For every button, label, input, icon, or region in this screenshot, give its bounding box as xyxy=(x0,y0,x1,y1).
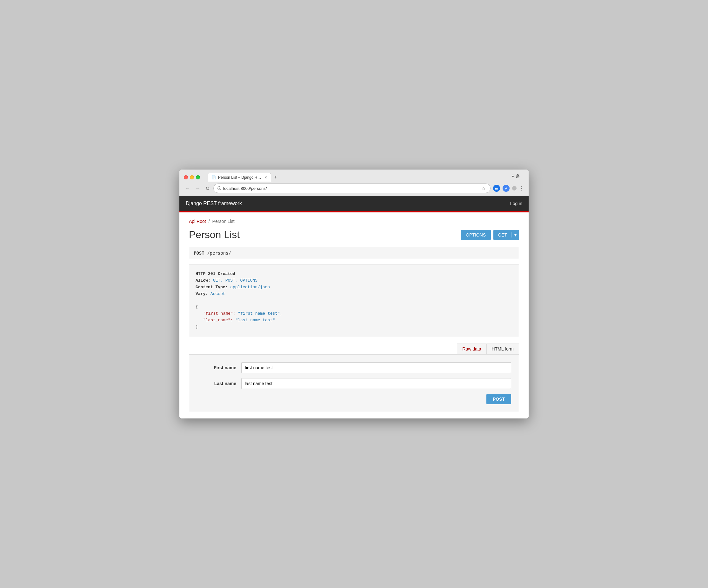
breadcrumb-separator: / xyxy=(209,219,210,224)
json-close: } xyxy=(196,324,512,330)
traffic-lights xyxy=(184,175,200,179)
json-first-name-key: "first_name": xyxy=(203,311,235,316)
last-name-input[interactable] xyxy=(241,378,511,389)
address-bar-row: ← → ↻ ⓘ localhost:8000/persons/ ☆ m A ⋮ xyxy=(179,182,529,196)
forward-button[interactable]: → xyxy=(194,185,202,192)
back-button[interactable]: ← xyxy=(184,185,191,192)
breadcrumb: Api Root / Person List xyxy=(189,219,519,224)
json-last-name-line: "last_name": "last name test" xyxy=(196,317,512,324)
browser-window: 📄 Person List – Django REST fra… × + 지훈 … xyxy=(179,170,529,418)
tab-bar: 📄 Person List – Django REST fra… × + xyxy=(208,173,509,182)
browser-chrome: 📄 Person List – Django REST fra… × + 지훈 … xyxy=(179,170,529,196)
content-type-value-text: application/json xyxy=(230,285,270,290)
drf-navbar: Django REST framework Log in xyxy=(179,196,529,212)
http-status: HTTP 201 Created xyxy=(196,271,235,276)
address-bar[interactable]: ⓘ localhost:8000/persons/ ☆ xyxy=(213,183,491,193)
login-link[interactable]: Log in xyxy=(510,201,522,206)
page-header: Person List OPTIONS GET ▾ xyxy=(189,229,519,241)
get-button-label: GET xyxy=(493,232,511,237)
bookmark-icon[interactable]: ☆ xyxy=(481,185,486,192)
allow-header-key: Allow: xyxy=(196,278,210,283)
get-button[interactable]: GET ▾ xyxy=(493,230,519,240)
refresh-button[interactable]: ↻ xyxy=(204,185,211,192)
first-name-row: First name xyxy=(197,362,511,373)
main-content: Api Root / Person List Person List OPTIO… xyxy=(179,212,529,418)
tab-close-button[interactable]: × xyxy=(264,175,267,180)
title-bar: 📄 Person List – Django REST fra… × + 지훈 xyxy=(179,170,529,182)
tabs-row: Raw data HTML form xyxy=(189,344,519,354)
url-text: localhost:8000/persons/ xyxy=(223,186,479,191)
minimize-window-button[interactable] xyxy=(190,175,194,179)
header-actions: OPTIONS GET ▾ xyxy=(461,230,519,240)
last-name-label: Last name xyxy=(197,381,241,386)
drf-brand: Django REST framework xyxy=(186,201,242,206)
maximize-window-button[interactable] xyxy=(196,175,200,179)
vary-key: Vary: xyxy=(196,291,208,296)
tab-favicon-icon: 📄 xyxy=(212,175,216,179)
translate-icon[interactable]: A xyxy=(503,185,509,192)
allow-header-value-text: GET, POST, OPTIONS xyxy=(213,278,258,283)
json-open: { xyxy=(196,304,512,311)
page-title: Person List xyxy=(189,229,240,241)
more-options-icon[interactable]: ⋮ xyxy=(519,185,524,192)
first-name-input[interactable] xyxy=(241,362,511,373)
close-window-button[interactable] xyxy=(184,175,188,179)
http-status-line: HTTP 201 Created xyxy=(196,271,512,277)
content-type-line: Content-Type: application/json xyxy=(196,284,512,291)
json-close-brace: } xyxy=(196,324,198,329)
options-button[interactable]: OPTIONS xyxy=(461,230,491,240)
json-open-brace: { xyxy=(196,304,198,309)
response-block: HTTP 201 Created Allow: GET, POST, OPTIO… xyxy=(189,264,519,337)
post-url-text: /persons/ xyxy=(207,251,231,256)
browser-tab[interactable]: 📄 Person List – Django REST fra… × xyxy=(208,173,271,182)
breadcrumb-root-link[interactable]: Api Root xyxy=(189,219,206,224)
tab-raw-data[interactable]: Raw data xyxy=(457,344,486,354)
page-content: Django REST framework Log in Api Root / … xyxy=(179,196,529,418)
breadcrumb-current: Person List xyxy=(212,219,235,224)
json-last-name-value: "last name test" xyxy=(235,318,275,323)
vary-value-text: Accept xyxy=(210,291,226,296)
json-first-name-value: "first name test", xyxy=(238,311,282,316)
address-bar-actions: ☆ xyxy=(481,185,486,192)
tab-title: Person List – Django REST fra… xyxy=(218,175,263,180)
json-first-name-line: "first_name": "first name test", xyxy=(196,311,512,317)
new-tab-button[interactable]: + xyxy=(271,173,280,182)
get-dropdown-arrow[interactable]: ▾ xyxy=(511,232,519,237)
vary-line: Vary: Accept xyxy=(196,291,512,297)
last-name-row: Last name xyxy=(197,378,511,389)
form-area: First name Last name POST xyxy=(189,354,519,412)
form-submit-row: POST xyxy=(197,394,511,404)
post-submit-button[interactable]: POST xyxy=(486,394,511,404)
post-bar: POST /persons/ xyxy=(189,247,519,259)
json-last-name-key: "last_name": xyxy=(203,318,233,323)
first-name-label: First name xyxy=(197,365,241,370)
sync-icon xyxy=(512,186,517,190)
tab-html-form[interactable]: HTML form xyxy=(487,344,519,354)
user-name: 지훈 xyxy=(511,173,520,181)
post-method: POST xyxy=(194,251,204,256)
profile-avatar[interactable]: m xyxy=(493,185,500,192)
allow-header-line: Allow: GET, POST, OPTIONS xyxy=(196,277,512,284)
content-type-key: Content-Type: xyxy=(196,285,228,290)
security-icon: ⓘ xyxy=(217,186,221,191)
